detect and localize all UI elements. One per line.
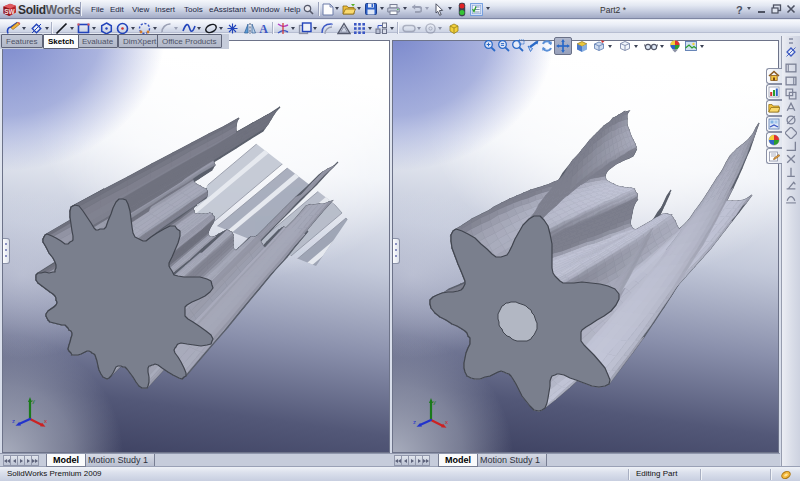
svg-text:y: y bbox=[32, 398, 35, 404]
svg-text:A: A bbox=[259, 22, 268, 35]
svg-text:SW: SW bbox=[4, 8, 15, 15]
svg-text:x: x bbox=[44, 418, 47, 424]
svg-text:z: z bbox=[413, 419, 416, 425]
svg-text:x: x bbox=[445, 419, 448, 425]
svg-text:y: y bbox=[433, 399, 436, 405]
svg-text:z: z bbox=[12, 418, 15, 424]
